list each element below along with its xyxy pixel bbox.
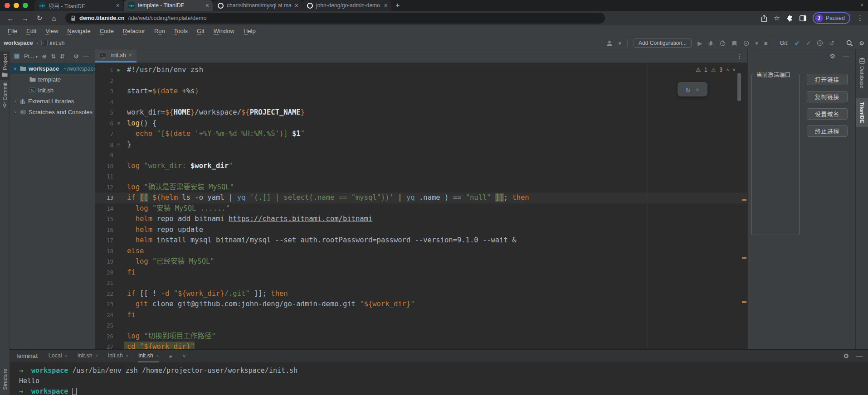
code-line[interactable]: 6⊟log() { [95,118,747,129]
run-with-profiler-icon[interactable] [743,40,749,46]
error-stripe-mark[interactable] [742,301,746,303]
browser-tab[interactable]: <t>template - TitanIDE× [124,0,213,11]
address-bar[interactable]: demo.titanide.cn /ide/web/coding/templat… [65,13,605,24]
menu-item-run[interactable]: Run [150,27,169,35]
menu-item-help[interactable]: Help [239,27,260,35]
browser-tab[interactable]: <t>项目 - TitanIDE× [34,0,123,11]
settings-gear-icon[interactable]: ⚙ [843,352,849,360]
bookmark-star-icon[interactable]: ☆ [774,14,780,22]
settings-gear-icon[interactable]: ⚙ [73,53,79,60]
code-line[interactable]: 13if [[ $(helm ls -o yaml | yq '(.[] | s… [95,193,747,203]
code-line[interactable]: 2 [95,76,747,87]
breadcrumb-root[interactable]: workspace [4,40,33,46]
user-icon[interactable] [606,40,613,46]
add-configuration-button[interactable]: Add Configuration... [634,39,692,48]
code-line[interactable]: 19 log "已经安装 MySQL" [95,256,747,267]
search-icon[interactable] [846,40,853,47]
fold-icon[interactable]: ⊟ [113,140,124,150]
code-line[interactable]: 22if [[ ! -d "${work_dir}/.git" ]]; then [95,289,747,299]
code-line[interactable]: 15 helm repo add bitnami https://charts.… [95,214,747,225]
tab-search-chevron-icon[interactable]: ˅ [860,0,863,11]
sync-icon[interactable]: ↻ [686,85,690,94]
breadcrumb-file[interactable]: init.sh [50,40,65,46]
tree-item-workspace[interactable]: ∨workspace~/workspace [10,63,95,74]
menu-item-git[interactable]: Git [193,27,209,35]
code-line[interactable]: 4 [95,97,747,108]
code-line[interactable]: 26log "切换到项目工作路径" [95,331,747,342]
tool-window-titanide[interactable]: TitanIDE [856,98,868,126]
code-line[interactable]: 14 log "安装 MySQL ......" [95,203,747,214]
expand-all-icon[interactable]: ⇅ [51,53,56,60]
menu-item-refactor[interactable]: Refactor [119,27,149,35]
code-line[interactable]: 27cd "${work_dir}" [95,342,747,349]
new-tab-button[interactable]: + [392,0,404,11]
chevron-down-icon[interactable]: ∨ [13,66,18,71]
chevron-right-icon[interactable]: › [13,99,18,104]
git-rollback-icon[interactable]: ↺ [829,40,834,47]
menu-item-tools[interactable]: Tools [170,27,192,35]
hide-panel-icon[interactable]: — [83,53,89,60]
menu-item-edit[interactable]: Edit [22,27,40,35]
editor-scrollbar[interactable] [737,73,741,101]
editor-tab-options-icon[interactable]: ⋮ [736,53,747,63]
next-problem-icon[interactable]: ˅ [733,67,736,72]
kill-process-button[interactable]: 终止进程 [807,125,848,137]
new-terminal-icon[interactable]: + [169,352,173,360]
tab-close-icon[interactable]: × [65,353,68,358]
tool-window-database[interactable]: Database [856,54,868,92]
code-editor[interactable]: 1▶#!/usr/bin/env zsh23start=$(date +%s)4… [95,63,747,349]
stop-icon[interactable]: ■ [764,40,768,47]
tool-window-structure[interactable]: Structure [0,366,10,393]
debug-icon[interactable] [708,40,714,46]
menu-item-view[interactable]: View [41,27,62,35]
reload-file-popup[interactable]: ↻ × [678,82,707,96]
git-update-icon[interactable]: ↙ [795,39,800,47]
window-maximize-icon[interactable] [23,3,28,8]
code-line[interactable]: 10log "work_dir: $work_dir" [95,161,747,172]
browser-tab[interactable]: charts/bitnami/mysql at maste× [213,0,302,11]
tree-item-external-libraries[interactable]: ›External Libraries [10,96,95,106]
side-panel-icon[interactable] [800,15,806,21]
user-dropdown-caret-icon[interactable]: ▾ [619,40,622,47]
collapse-all-icon[interactable]: ⇵ [60,53,65,60]
code-line[interactable]: 8⊟} [95,140,747,150]
code-line[interactable]: 18else [95,246,747,257]
terminal-output[interactable]: → workspace /usr/bin/env zsh /home/proje… [10,362,868,395]
prev-problem-icon[interactable]: ˄ [726,67,729,72]
code-line[interactable]: 21 [95,278,747,289]
forward-icon[interactable]: → [19,12,31,24]
menu-item-window[interactable]: Window [210,27,239,35]
tree-item-scratches-and-consoles[interactable]: ›Scratches and Consoles [10,106,95,117]
copy-link-button[interactable]: 复制链接 [807,91,848,102]
hide-panel-icon[interactable]: — [843,53,849,60]
reload-icon[interactable]: ↻ [34,12,45,24]
tab-close-icon[interactable]: × [205,2,209,9]
extensions-icon[interactable] [786,15,793,22]
menu-item-code[interactable]: Code [96,27,118,35]
close-icon[interactable]: × [696,86,699,93]
tree-item-template[interactable]: template [10,74,95,85]
code-line[interactable]: 12log "确认是否需要安装 MySQL" [95,182,747,193]
chevron-right-icon[interactable]: › [13,110,18,115]
menu-item-navigate[interactable]: Navigate [63,27,94,35]
code-line[interactable]: 5work_dir=${HOME}/workspace/${PROJECT_NA… [95,107,747,118]
git-history-clock-icon[interactable] [817,40,823,46]
code-line[interactable]: 20fi [95,267,747,278]
code-line[interactable]: 1▶#!/usr/bin/env zsh [95,65,747,76]
tab-close-icon[interactable]: × [384,2,388,9]
fold-icon[interactable]: ⊟ [113,118,124,129]
set-domain-button[interactable]: 设置域名 [807,108,848,120]
window-close-icon[interactable] [5,3,10,8]
run-line-icon[interactable]: ▶ [113,65,124,76]
tab-close-icon[interactable]: × [156,353,159,358]
code-line[interactable]: 9 [95,150,747,161]
tab-close-icon[interactable]: × [129,52,132,58]
terminal-options-chevron-icon[interactable]: ˅ [183,353,185,359]
profiler-icon[interactable] [720,40,726,46]
home-icon[interactable]: ⌂ [48,12,60,24]
window-minimize-icon[interactable] [14,3,19,8]
tab-close-icon[interactable]: × [295,2,298,9]
tab-close-icon[interactable]: × [116,2,120,9]
terminal-tab-init-sh[interactable]: init.sh× [108,350,128,362]
terminal-tab-init-sh[interactable]: init.sh× [78,350,98,362]
